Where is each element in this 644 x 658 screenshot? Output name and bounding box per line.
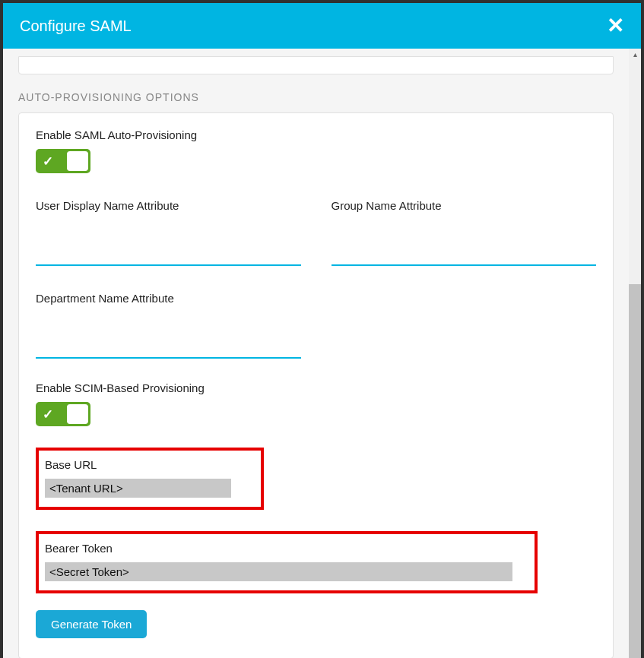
department-label: Department Name Attribute [36,292,301,305]
modal-header: Configure SAML ✕ [3,3,641,49]
section-title: AUTO-PROVISIONING OPTIONS [18,91,614,103]
enable-saml-toggle[interactable]: ✓ [36,149,90,173]
user-display-input[interactable] [36,242,301,266]
base-url-field[interactable]: <Tenant URL> [45,479,231,498]
configure-saml-modal: Configure SAML ✕ AUTO-PROVISIONING OPTIO… [3,3,641,655]
close-icon[interactable]: ✕ [607,15,624,36]
department-input[interactable] [36,335,301,359]
vertical-scrollbar[interactable]: ▴ ▾ [629,49,641,658]
group-name-input[interactable] [332,242,597,266]
checkmark-icon: ✓ [43,407,53,422]
bearer-token-label: Bearer Token [45,542,528,555]
enable-scim-label: Enable SCIM-Based Provisioning [36,381,596,394]
checkmark-icon: ✓ [43,153,53,169]
bearer-token-field[interactable]: <Secret Token> [45,562,512,581]
auto-provisioning-card: Enable SAML Auto-Provisioning ✓ User Dis… [18,112,614,658]
enable-scim-toggle[interactable]: ✓ [36,402,90,426]
group-name-label: Group Name Attribute [332,199,597,212]
base-url-highlight: Base URL <Tenant URL> [36,448,264,510]
bearer-token-highlight: Bearer Token <Secret Token> [36,531,538,593]
scrollbar-thumb[interactable] [629,284,641,658]
modal-body: AUTO-PROVISIONING OPTIONS Enable SAML Au… [3,49,629,658]
user-display-label: User Display Name Attribute [36,199,301,212]
modal-title: Configure SAML [20,17,132,35]
previous-section-card [18,56,614,74]
base-url-label: Base URL [45,458,255,471]
scroll-up-icon[interactable]: ▴ [629,49,641,61]
generate-token-button[interactable]: Generate Token [36,610,147,638]
toggle-knob [67,151,88,171]
enable-saml-label: Enable SAML Auto-Provisioning [36,128,596,141]
toggle-knob [67,404,88,424]
